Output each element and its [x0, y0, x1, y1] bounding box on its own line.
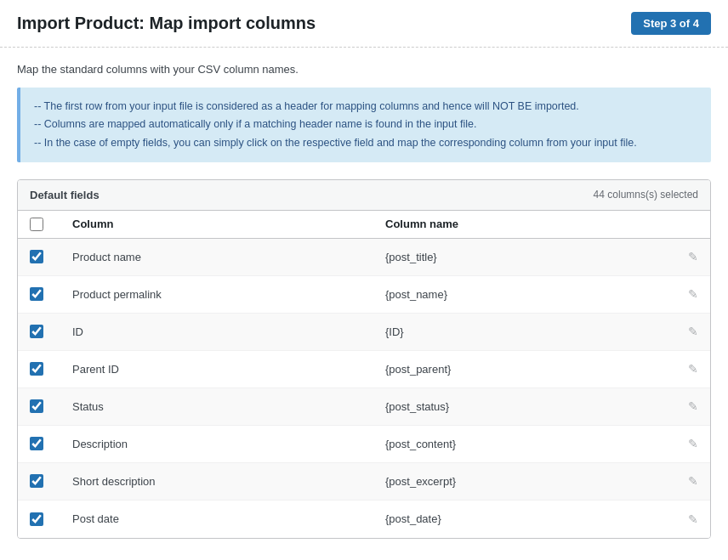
row-column-label: Product name	[72, 251, 385, 263]
row-checkbox[interactable]	[30, 362, 43, 376]
select-all-checkbox[interactable]	[30, 218, 43, 231]
row-column-value-cell: {post_parent} ✎	[385, 362, 698, 376]
column-value-wrapper: {post_parent} ✎	[385, 362, 698, 376]
info-line-1: -- The first row from your input file is…	[34, 98, 697, 116]
row-checkbox[interactable]	[30, 325, 43, 338]
page-body: Map the standard columns with your CSV c…	[0, 48, 728, 554]
col-header-column: Column	[72, 218, 385, 231]
subtitle: Map the standard columns with your CSV c…	[17, 63, 711, 76]
column-value-text: {post_name}	[385, 288, 447, 301]
page-title: Import Product: Map import columns	[17, 14, 316, 33]
row-checkbox[interactable]	[30, 399, 43, 413]
edit-icon[interactable]: ✎	[688, 437, 698, 450]
row-column-value-cell: {post_status} ✎	[385, 399, 698, 413]
row-checkbox[interactable]	[30, 287, 43, 301]
row-checkbox[interactable]	[30, 512, 43, 526]
page-header: Import Product: Map import columns Step …	[0, 0, 728, 48]
col-header-column-name: Column name	[385, 218, 698, 231]
row-checkbox-cell	[30, 287, 72, 301]
table-row: Parent ID {post_parent} ✎	[18, 351, 710, 388]
edit-icon[interactable]: ✎	[688, 399, 698, 413]
mapping-table: Default fields 44 columns(s) selected Co…	[17, 179, 711, 539]
table-row: Post date {post_date} ✎	[18, 501, 710, 538]
row-checkbox[interactable]	[30, 250, 43, 263]
table-row: Description {post_content} ✎	[18, 426, 710, 463]
table-header-row: Default fields 44 columns(s) selected	[18, 180, 710, 211]
column-value-wrapper: {post_content} ✎	[385, 437, 698, 450]
info-line-3: -- In the case of empty fields, you can …	[34, 134, 697, 152]
column-value-text: {post_title}	[385, 251, 437, 263]
row-column-label: ID	[72, 325, 385, 338]
row-checkbox-cell	[30, 437, 72, 450]
column-value-text: {post_excerpt}	[385, 475, 456, 488]
column-value-wrapper: {ID} ✎	[385, 325, 698, 338]
column-value-wrapper: {post_status} ✎	[385, 399, 698, 413]
row-column-value-cell: {ID} ✎	[385, 325, 698, 338]
page-wrapper: Import Product: Map import columns Step …	[0, 0, 728, 560]
row-column-label: Status	[72, 400, 385, 413]
column-value-wrapper: {post_excerpt} ✎	[385, 474, 698, 488]
row-column-value-cell: {post_content} ✎	[385, 437, 698, 450]
edit-icon[interactable]: ✎	[688, 287, 698, 301]
edit-icon[interactable]: ✎	[688, 362, 698, 376]
row-column-value-cell: {post_date} ✎	[385, 512, 698, 526]
table-section-title: Default fields	[30, 189, 100, 201]
row-column-value-cell: {post_excerpt} ✎	[385, 474, 698, 488]
table-row: Status {post_status} ✎	[18, 388, 710, 426]
row-column-label: Description	[72, 438, 385, 450]
table-row: Product name {post_title} ✎	[18, 239, 710, 276]
info-box: -- The first row from your input file is…	[17, 88, 711, 162]
row-column-label: Short description	[72, 475, 385, 488]
table-rows: Product name {post_title} ✎ Product perm…	[18, 239, 710, 538]
col-headers: Column Column name	[18, 211, 710, 239]
row-column-label: Post date	[72, 512, 385, 525]
header-checkbox-cell	[30, 218, 72, 231]
column-value-wrapper: {post_title} ✎	[385, 250, 698, 263]
row-column-label: Product permalink	[72, 288, 385, 301]
row-checkbox-cell	[30, 250, 72, 263]
column-value-wrapper: {post_name} ✎	[385, 287, 698, 301]
row-checkbox-cell	[30, 512, 72, 526]
column-value-wrapper: {post_date} ✎	[385, 512, 698, 526]
row-column-value-cell: {post_name} ✎	[385, 287, 698, 301]
row-checkbox-cell	[30, 399, 72, 413]
column-value-text: {post_content}	[385, 438, 456, 450]
edit-icon[interactable]: ✎	[688, 474, 698, 488]
row-checkbox[interactable]	[30, 437, 43, 450]
row-checkbox[interactable]	[30, 474, 43, 488]
row-checkbox-cell	[30, 362, 72, 376]
row-column-value-cell: {post_title} ✎	[385, 250, 698, 263]
table-row: Short description {post_excerpt} ✎	[18, 463, 710, 501]
edit-icon[interactable]: ✎	[688, 512, 698, 526]
column-value-text: {post_parent}	[385, 363, 451, 376]
edit-icon[interactable]: ✎	[688, 325, 698, 338]
edit-icon[interactable]: ✎	[688, 250, 698, 263]
column-value-text: {post_date}	[385, 512, 441, 525]
step-badge: Step 3 of 4	[631, 12, 711, 35]
table-row: Product permalink {post_name} ✎	[18, 276, 710, 314]
row-column-label: Parent ID	[72, 363, 385, 376]
row-checkbox-cell	[30, 474, 72, 488]
table-row: ID {ID} ✎	[18, 314, 710, 351]
column-value-text: {ID}	[385, 325, 404, 338]
columns-selected: 44 columns(s) selected	[594, 189, 698, 201]
column-value-text: {post_status}	[385, 400, 449, 413]
row-checkbox-cell	[30, 325, 72, 338]
info-line-2: -- Columns are mapped automatically only…	[34, 116, 697, 133]
